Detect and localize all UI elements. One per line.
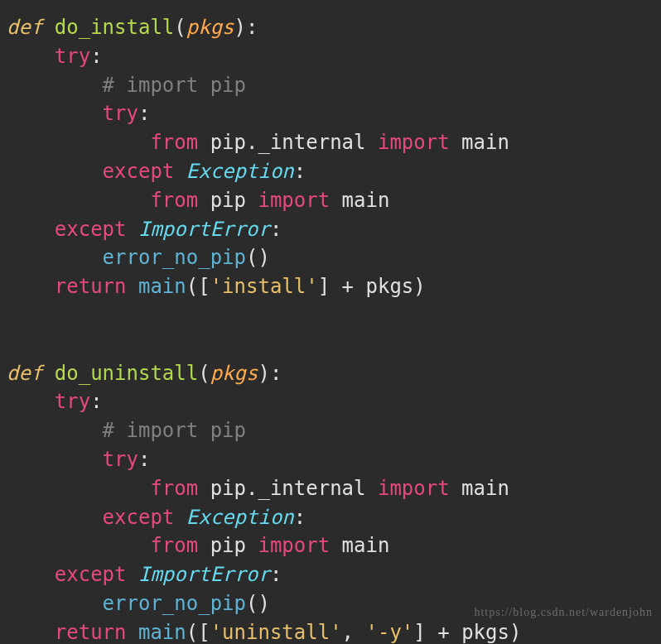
keyword-except: except (55, 218, 127, 241)
keyword-from: from (150, 477, 198, 500)
code-line: return main(['install'] + pkgs) (7, 272, 654, 301)
code-line: def do_install(pkgs): (7, 13, 654, 42)
comment: # import pip (103, 74, 246, 97)
keyword-import: import (258, 189, 330, 212)
code-line: except ImportError: (7, 560, 654, 589)
code-line: except ImportError: (7, 215, 654, 244)
keyword-except: except (55, 563, 127, 586)
keyword-def: def (7, 362, 42, 385)
comment: # import pip (103, 419, 246, 442)
keyword-def: def (7, 16, 42, 39)
code-line: from pip import main (7, 531, 654, 560)
keyword-except: except (103, 160, 175, 183)
module-name: pip (210, 189, 246, 212)
exception-type: ImportError (138, 218, 270, 241)
function-call: error_no_pip (103, 592, 246, 615)
code-line: # import pip (7, 416, 654, 445)
identifier: main (342, 534, 390, 557)
keyword-from: from (150, 131, 198, 154)
code-line: error_no_pip() (7, 243, 654, 272)
function-call: main (138, 621, 186, 644)
keyword-from: from (150, 534, 198, 557)
exception-type: ImportError (138, 563, 270, 586)
code-line: from pip._internal import main (7, 128, 654, 157)
code-line: except Exception: (7, 503, 654, 532)
code-line: return main(['uninstall', '-y'] + pkgs) (7, 618, 654, 644)
identifier: main (461, 477, 509, 500)
parameter: pkgs (186, 16, 234, 39)
code-line: try: (7, 387, 654, 416)
keyword-try: try (103, 448, 138, 471)
parameter: pkgs (210, 362, 258, 385)
module-name: pip._internal (210, 131, 366, 154)
keyword-try: try (55, 45, 90, 68)
identifier: pkgs (366, 275, 414, 298)
code-line: def do_uninstall(pkgs): (7, 359, 654, 388)
code-editor[interactable]: def do_install(pkgs): try: # import pip … (7, 13, 654, 644)
identifier: main (342, 189, 390, 212)
identifier: main (461, 131, 509, 154)
exception-type: Exception (186, 506, 294, 529)
keyword-import: import (258, 534, 330, 557)
keyword-from: from (150, 189, 198, 212)
string-literal: 'uninstall' (210, 621, 342, 644)
function-call: main (138, 275, 186, 298)
keyword-import: import (378, 131, 450, 154)
module-name: pip._internal (210, 477, 366, 500)
code-line: from pip import main (7, 186, 654, 215)
exception-type: Exception (186, 160, 294, 183)
module-name: pip (210, 534, 246, 557)
code-line: except Exception: (7, 157, 654, 186)
identifier: pkgs (461, 621, 509, 644)
keyword-try: try (55, 390, 90, 413)
code-line: from pip._internal import main (7, 474, 654, 503)
code-line: # import pip (7, 71, 654, 100)
string-literal: 'install' (210, 275, 318, 298)
keyword-try: try (103, 102, 138, 125)
keyword-return: return (55, 621, 127, 644)
function-name: do_uninstall (55, 362, 198, 385)
watermark: https://blog.csdn.net/wardenjohn (474, 604, 653, 621)
keyword-return: return (55, 275, 127, 298)
blank-line (7, 330, 654, 359)
string-literal: '-y' (366, 621, 414, 644)
blank-line (7, 301, 654, 330)
code-line: try: (7, 42, 654, 71)
keyword-except: except (103, 506, 175, 529)
code-line: try: (7, 99, 654, 128)
code-line: try: (7, 445, 654, 474)
function-name: do_install (55, 16, 175, 39)
keyword-import: import (378, 477, 450, 500)
function-call: error_no_pip (103, 246, 246, 269)
